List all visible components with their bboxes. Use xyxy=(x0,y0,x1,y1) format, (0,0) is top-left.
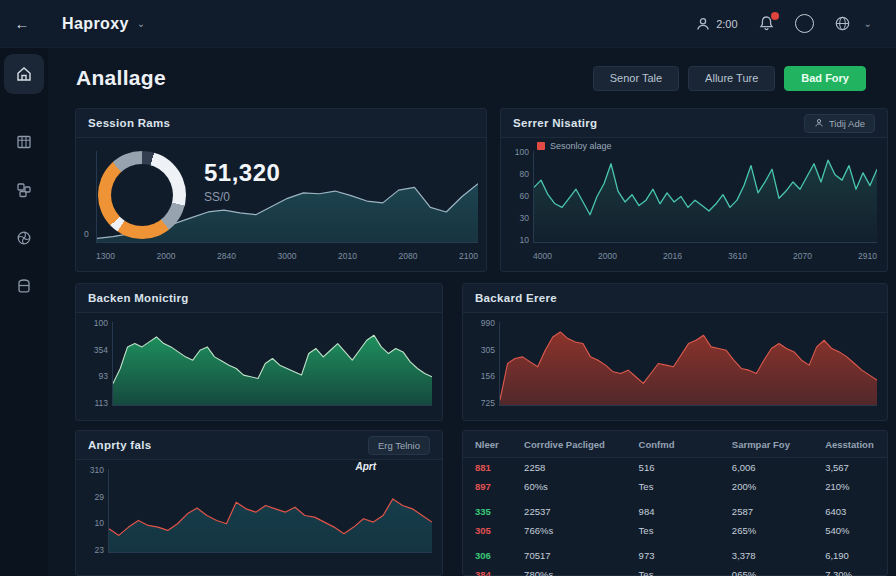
tick-label: 3000 xyxy=(278,251,297,261)
table-header-cell: Confmd xyxy=(633,431,726,458)
table-cell: 7,30% xyxy=(819,565,887,576)
table-cell: 70517 xyxy=(518,546,632,565)
table-header-cell: Aesstation xyxy=(819,431,887,458)
avatar[interactable] xyxy=(795,14,814,33)
chevron-down-icon[interactable]: ⌄ xyxy=(137,18,145,29)
chart-annotation: Aprt xyxy=(355,461,376,472)
table-row[interactable]: 89760%sTes200%210% xyxy=(463,477,887,496)
main-content: Anallage Senor Tale Allure Ture Bad Fory… xyxy=(48,48,896,576)
trij-ade-badge-button[interactable]: Tidij Ade xyxy=(804,114,875,133)
layout-icon xyxy=(15,181,33,199)
tick-label: 2000 xyxy=(157,251,176,261)
table-cell: 3,378 xyxy=(726,546,819,565)
table-cell: 22537 xyxy=(518,502,632,521)
tick-label: 4000 xyxy=(533,251,552,261)
user-icon xyxy=(695,16,711,32)
errors-y-axis: 990305156725 xyxy=(471,318,495,408)
backend-errors-panel: Backard Erere 990305156725 xyxy=(462,283,888,421)
table-cell: Tes xyxy=(633,477,726,496)
tick-label: 305 xyxy=(481,345,495,355)
chart-legend: Sesonloy alage xyxy=(537,141,612,151)
tick-label: 30 xyxy=(520,213,529,223)
table-header-cell: Nleer xyxy=(463,431,518,458)
tick-label: 93 xyxy=(99,371,108,381)
row-id-cell: 881 xyxy=(463,458,518,478)
anomaly-y-axis: 310291023 xyxy=(82,465,104,555)
user-session-indicator[interactable]: 2:00 xyxy=(695,16,737,32)
tick-label: 60 xyxy=(520,191,529,201)
sessions-donut-chart xyxy=(98,151,186,239)
senor-tale-button[interactable]: Senor Tale xyxy=(593,66,679,91)
panel-title: Backard Erere xyxy=(475,292,557,304)
table-cell: 200% xyxy=(726,477,819,496)
notifications-button[interactable] xyxy=(758,15,775,32)
row-id-cell: 306 xyxy=(463,546,518,565)
legend-label: Sesonloy alage xyxy=(550,141,612,151)
session-count: 51,320 xyxy=(204,159,280,187)
row-id-cell: 384 xyxy=(463,565,518,576)
table-cell: 3,567 xyxy=(819,458,887,478)
tick-label: 10 xyxy=(520,235,529,245)
table-row[interactable]: 306705179733,3786,190 xyxy=(463,546,887,565)
allure-ture-button[interactable]: Allure Ture xyxy=(688,66,775,91)
session-stat: 51,320 SS/0 xyxy=(204,159,280,204)
tick-label: 2100 xyxy=(459,251,478,261)
table-cell: 540% xyxy=(819,521,887,540)
server-line-chart xyxy=(533,151,877,243)
tick-label: 725 xyxy=(481,398,495,408)
table-row[interactable]: 305766%sTes265%540% xyxy=(463,521,887,540)
table-cell: 973 xyxy=(633,546,726,565)
session-sublabel: SS/0 xyxy=(204,190,280,204)
table-cell: 2587 xyxy=(726,502,819,521)
backend-y-axis: 10035493113 xyxy=(84,318,108,408)
table-head: NleerCorrdive PacligedConfmdSarmpar FoyA… xyxy=(463,431,887,458)
tick-label: 29 xyxy=(95,492,104,502)
tick-label: 2910 xyxy=(858,251,877,261)
tick-label: 10 xyxy=(95,518,104,528)
panel-title: Serrer Nisatirg xyxy=(513,117,597,129)
panel-header: Anprty fals Erg Telnio xyxy=(76,431,442,460)
panel-title: Session Rams xyxy=(88,117,170,129)
server-monitoring-panel: Serrer Nisatirg Tidij Ade Sesonloy alage… xyxy=(500,108,888,272)
tick-label: 1300 xyxy=(96,251,115,261)
table-row[interactable]: 384780%sTes065%7,30% xyxy=(463,565,887,576)
topbar-actions: 2:00 ⌄ xyxy=(695,14,896,33)
tick-label: 2070 xyxy=(793,251,812,261)
table-row[interactable]: 88122585166,0063,567 xyxy=(463,458,887,478)
table-body: 88122585166,0063,56789760%sTes200%210%33… xyxy=(463,458,887,576)
table-cell: 6403 xyxy=(819,502,887,521)
tick-label: 23 xyxy=(95,545,104,555)
header-actions: Senor Tale Allure Ture Bad Fory xyxy=(593,66,866,91)
table-cell: Tes xyxy=(633,521,726,540)
language-selector[interactable]: ⌄ xyxy=(834,15,872,32)
page-header: Anallage Senor Tale Allure Ture Bad Fory xyxy=(76,60,866,96)
panel-header: Serrer Nisatirg Tidij Ade xyxy=(501,109,887,138)
sidebar-item-home[interactable] xyxy=(4,54,44,94)
sidebar-item-modules[interactable] xyxy=(4,170,44,210)
home-icon xyxy=(15,65,33,83)
table-cell: 984 xyxy=(633,502,726,521)
sidebar-item-tables[interactable] xyxy=(4,122,44,162)
dashboard-root: ← Haproxy ⌄ 2:00 xyxy=(0,0,896,576)
badge-label: Erg Telnio xyxy=(378,440,420,451)
table-row[interactable]: 3352253798425876403 xyxy=(463,502,887,521)
tick-label: 2016 xyxy=(663,251,682,261)
table-cell: 766%s xyxy=(518,521,632,540)
table-cell: 516 xyxy=(633,458,726,478)
notification-dot xyxy=(771,12,779,20)
sidebar-item-settings[interactable] xyxy=(4,218,44,258)
topbar: ← Haproxy ⌄ 2:00 xyxy=(0,0,896,48)
badge-label: Tidij Ade xyxy=(829,118,865,129)
erg-telnio-button[interactable]: Erg Telnio xyxy=(368,436,430,455)
sidebar-item-archive[interactable] xyxy=(4,266,44,306)
legend-swatch xyxy=(537,142,545,150)
table-cell: 6,190 xyxy=(819,546,887,565)
back-icon[interactable]: ← xyxy=(0,15,44,32)
bad-fory-button[interactable]: Bad Fory xyxy=(784,66,866,91)
errors-area-chart xyxy=(499,322,877,406)
session-x-axis: 1300200028403000201020802100 xyxy=(96,251,478,261)
y-axis-zero-label: 0 xyxy=(84,229,89,239)
tick-label: 156 xyxy=(481,371,495,381)
sidebar xyxy=(0,48,48,576)
panel-header: Backard Erere xyxy=(463,284,887,313)
